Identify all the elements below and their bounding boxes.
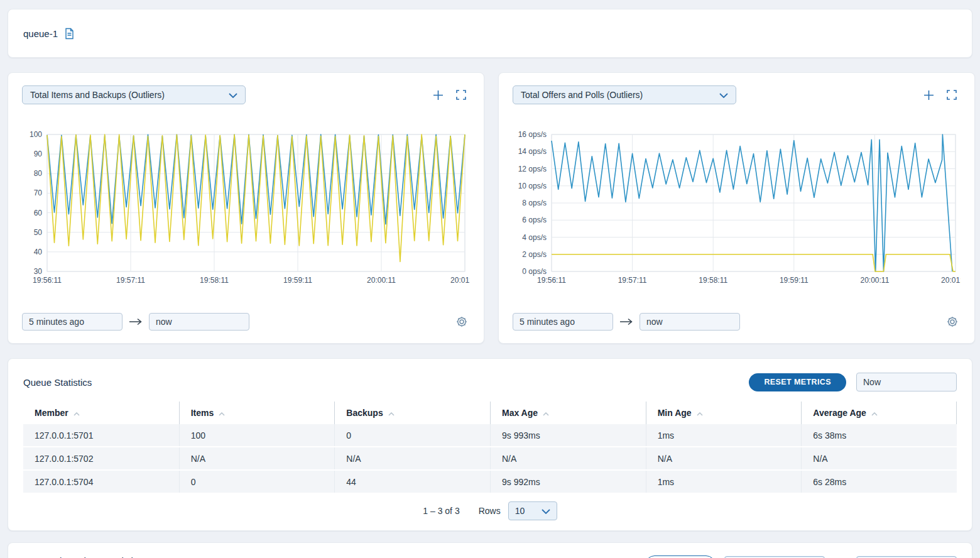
svg-text:20:01:11: 20:01:11 xyxy=(450,276,470,285)
chevron-down-icon xyxy=(719,89,728,101)
cell-average-age: N/A xyxy=(801,447,957,469)
throughput-action-button[interactable] xyxy=(645,555,716,558)
svg-text:40: 40 xyxy=(34,248,43,256)
column-header-min-age[interactable]: Min Age xyxy=(646,402,802,424)
cell-min-age: N/A xyxy=(646,447,802,469)
chart-panel-items-backups: Total Items and Backups (Outliers) xyxy=(8,72,484,344)
svg-text:60: 60 xyxy=(34,209,43,217)
cell-max-age: N/A xyxy=(490,447,646,469)
table-row[interactable]: 127.0.0.1:5701 100 0 9s 993ms 1ms 6s 38m… xyxy=(23,424,957,447)
pagination-range: 1 – 3 of 3 xyxy=(423,506,459,516)
sort-caret-icon xyxy=(388,408,395,418)
svg-text:30: 30 xyxy=(34,267,43,276)
gear-icon[interactable] xyxy=(456,316,467,327)
svg-text:8 ops/s: 8 ops/s xyxy=(522,199,547,207)
metric-selector-value: Total Items and Backups (Outliers) xyxy=(30,90,165,100)
column-header-average-age[interactable]: Average Age xyxy=(801,402,957,424)
table-header-row: Member Items Backups Max Age Min Age xyxy=(23,402,957,424)
chevron-down-icon xyxy=(542,506,550,516)
add-chart-icon[interactable] xyxy=(923,90,934,101)
svg-text:19:57:11: 19:57:11 xyxy=(116,276,145,285)
cell-max-age: 9s 992ms xyxy=(490,471,646,493)
svg-text:14 ops/s: 14 ops/s xyxy=(518,147,547,156)
svg-text:19:56:11: 19:56:11 xyxy=(537,276,566,285)
svg-text:50: 50 xyxy=(34,228,43,237)
cell-backups: 0 xyxy=(334,424,490,446)
queue-statistics-panel: Queue Statistics RESET METRICS Member It… xyxy=(8,358,972,531)
cell-average-age: 6s 38ms xyxy=(801,424,957,446)
queue-statistics-table: Member Items Backups Max Age Min Age xyxy=(23,402,957,494)
sort-caret-icon xyxy=(74,408,80,418)
time-from-input[interactable] xyxy=(22,313,122,331)
svg-text:10 ops/s: 10 ops/s xyxy=(518,182,547,190)
rows-per-page-label: Rows xyxy=(479,506,501,516)
metric-selector-value: Total Offers and Polls (Outliers) xyxy=(521,90,643,100)
cell-member: 127.0.0.1:5702 xyxy=(23,447,179,469)
sort-caret-icon xyxy=(543,408,549,418)
time-to-input[interactable] xyxy=(149,313,249,331)
arrow-right-icon xyxy=(619,318,633,326)
svg-text:6 ops/s: 6 ops/s xyxy=(522,216,547,224)
reset-metrics-button[interactable]: RESET METRICS xyxy=(749,373,846,391)
column-header-max-age[interactable]: Max Age xyxy=(490,402,646,424)
cell-member: 127.0.0.1:5701 xyxy=(23,424,179,446)
metric-selector-offers-polls[interactable]: Total Offers and Polls (Outliers) xyxy=(513,85,736,104)
sort-caret-icon xyxy=(219,408,225,418)
items-backups-line-chart: 1009080706050403019:56:1119:57:1119:58:1… xyxy=(22,129,470,290)
svg-text:0 ops/s: 0 ops/s xyxy=(522,267,547,276)
svg-text:20:00:11: 20:00:11 xyxy=(860,276,889,285)
chevron-down-icon xyxy=(229,89,237,101)
table-row[interactable]: 127.0.0.1:5704 0 44 9s 992ms 1ms 6s 28ms xyxy=(23,471,957,494)
queue-throughput-panel: Queue Throughput Statistics xyxy=(8,542,972,558)
rows-per-page-value: 10 xyxy=(515,506,525,516)
page-title: queue-1 xyxy=(23,28,58,39)
svg-text:100: 100 xyxy=(30,130,42,139)
cell-items: 100 xyxy=(179,424,335,446)
svg-text:80: 80 xyxy=(34,169,43,178)
page: queue-1 Total Items and Backups (Outlier… xyxy=(0,0,980,558)
svg-text:90: 90 xyxy=(34,150,43,158)
section-title: Queue Statistics xyxy=(23,377,92,388)
cell-min-age: 1ms xyxy=(646,471,802,493)
time-from-input[interactable] xyxy=(513,313,613,331)
metric-selector-items-backups[interactable]: Total Items and Backups (Outliers) xyxy=(22,85,246,104)
cell-min-age: 1ms xyxy=(646,424,802,446)
svg-text:19:59:11: 19:59:11 xyxy=(283,276,312,285)
time-to-input[interactable] xyxy=(640,313,740,331)
document-icon[interactable] xyxy=(64,28,75,40)
cell-member: 127.0.0.1:5704 xyxy=(23,471,179,493)
column-header-backups[interactable]: Backups xyxy=(334,402,490,424)
svg-text:19:58:11: 19:58:11 xyxy=(699,276,727,285)
svg-text:20:00:11: 20:00:11 xyxy=(367,276,396,285)
section-title-throughput: Queue Throughput Statistics xyxy=(23,555,143,558)
svg-text:19:59:11: 19:59:11 xyxy=(780,276,808,285)
expand-icon[interactable] xyxy=(947,90,957,100)
svg-text:20:01:11: 20:01:11 xyxy=(941,276,961,285)
offers-polls-line-chart: 16 ops/s14 ops/s12 ops/s10 ops/s8 ops/s6… xyxy=(513,129,961,290)
sort-caret-icon xyxy=(871,408,878,418)
pagination: 1 – 3 of 3 Rows 10 xyxy=(23,501,957,520)
column-header-member[interactable]: Member xyxy=(23,402,179,424)
charts-row: Total Items and Backups (Outliers) xyxy=(8,72,972,344)
cell-max-age: 9s 993ms xyxy=(490,424,646,446)
expand-icon[interactable] xyxy=(456,90,466,100)
stats-time-input[interactable] xyxy=(856,373,957,391)
svg-text:4 ops/s: 4 ops/s xyxy=(522,233,547,242)
svg-text:2 ops/s: 2 ops/s xyxy=(522,250,547,259)
svg-text:12 ops/s: 12 ops/s xyxy=(518,165,547,173)
cell-items: N/A xyxy=(179,447,335,469)
cell-items: 0 xyxy=(179,471,335,493)
arrow-right-icon xyxy=(129,318,143,326)
cell-backups: 44 xyxy=(334,471,490,493)
chart-panel-offers-polls: Total Offers and Polls (Outliers) xyxy=(498,72,975,344)
add-chart-icon[interactable] xyxy=(433,90,444,101)
queue-header-card: queue-1 xyxy=(8,9,972,58)
gear-icon[interactable] xyxy=(947,316,958,327)
rows-per-page-select[interactable]: 10 xyxy=(508,501,557,520)
cell-backups: N/A xyxy=(334,447,490,469)
table-row[interactable]: 127.0.0.1:5702 N/A N/A N/A N/A N/A xyxy=(23,447,957,471)
column-header-items[interactable]: Items xyxy=(179,402,335,424)
sort-caret-icon xyxy=(697,408,703,418)
svg-text:19:57:11: 19:57:11 xyxy=(618,276,647,285)
svg-text:70: 70 xyxy=(34,189,43,197)
